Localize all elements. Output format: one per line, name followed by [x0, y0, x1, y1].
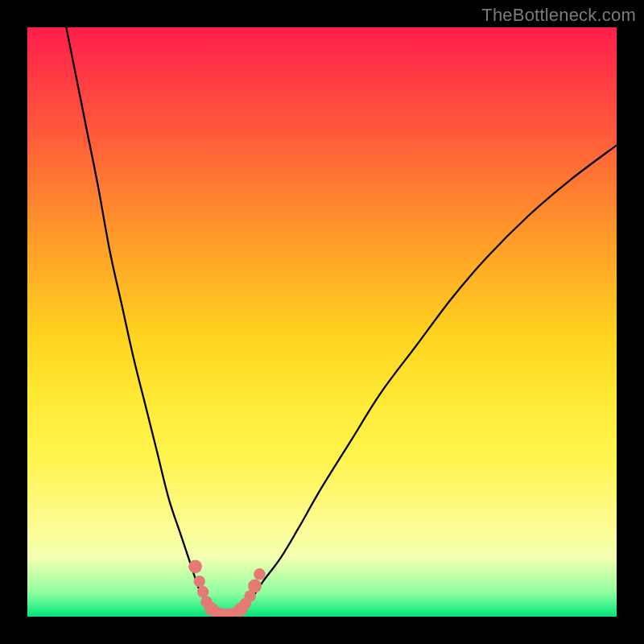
left-curve: [63, 27, 228, 617]
chart-frame: TheBottleneck.com: [0, 0, 644, 644]
trough-marker: [254, 568, 265, 580]
watermark-text: TheBottleneck.com: [481, 5, 636, 26]
chart-svg: [27, 27, 617, 617]
chart-plot-area: [27, 27, 617, 617]
trough-marker: [197, 586, 208, 597]
trough-marker: [194, 576, 205, 587]
trough-markers-group: [188, 559, 265, 617]
trough-marker: [188, 559, 202, 573]
right-curve: [228, 145, 617, 617]
trough-marker: [248, 580, 262, 593]
